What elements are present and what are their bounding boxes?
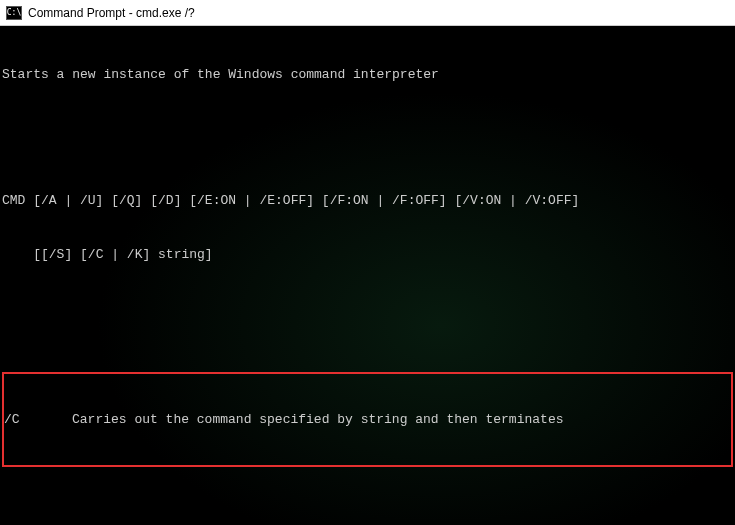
terminal-output: Starts a new instance of the Windows com… (0, 26, 735, 525)
switch-name: /C (4, 411, 72, 429)
switch-row-c: /C Carries out the command specified by … (4, 411, 731, 429)
intro-text: Starts a new instance of the Windows com… (2, 66, 733, 84)
cmd-icon: C:\ (6, 6, 22, 20)
highlight-box: /C Carries out the command specified by … (2, 372, 733, 467)
usage-line-1: CMD [/A | /U] [/Q] [/D] [/E:ON | /E:OFF]… (2, 192, 733, 210)
usage-block: CMD [/A | /U] [/Q] [/D] [/E:ON | /E:OFF]… (2, 155, 733, 301)
usage-line-2: [[/S] [/C | /K] string] (2, 246, 733, 264)
titlebar[interactable]: C:\ Command Prompt - cmd.exe /? (0, 0, 735, 26)
window-title: Command Prompt - cmd.exe /? (28, 6, 195, 20)
switch-desc: Carries out the command specified by str… (72, 411, 731, 429)
